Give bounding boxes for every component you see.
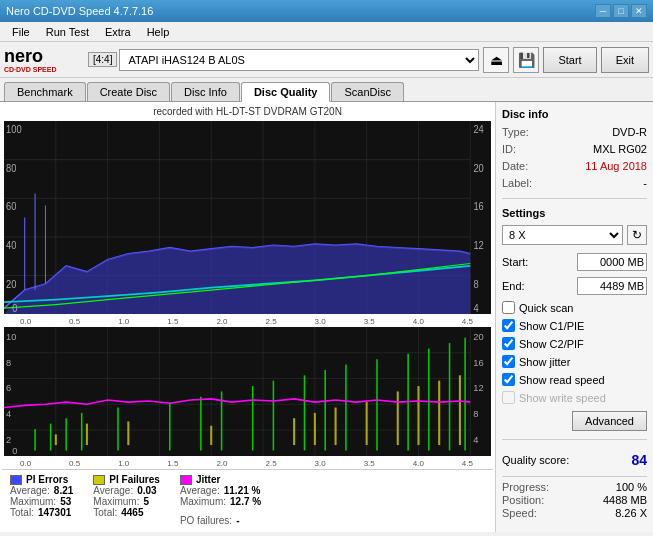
end-mb-input[interactable] (577, 277, 647, 295)
show-jitter-checkbox[interactable] (502, 355, 515, 368)
svg-text:2: 2 (6, 434, 11, 445)
reload-button[interactable]: ↻ (627, 225, 647, 245)
speed-combo[interactable]: 8 X (502, 225, 623, 245)
lower-chart: 10 8 6 4 2 0 20 16 12 8 4 (4, 327, 491, 456)
window-title: Nero CD-DVD Speed 4.7.7.16 (6, 5, 153, 17)
upper-chart: 100 80 60 40 20 0 24 20 16 12 8 4 (4, 121, 491, 314)
progress-label: Progress: (502, 481, 549, 493)
jitter-color (180, 475, 192, 485)
svg-text:CD·DVD SPEED: CD·DVD SPEED (4, 66, 57, 73)
show-c1pie-row: Show C1/PIE (502, 319, 647, 332)
show-write-speed-label: Show write speed (519, 392, 606, 404)
position-label: Position: (502, 494, 544, 506)
nero-logo: nero CD·DVD SPEED (4, 46, 84, 74)
pi-errors-legend: PI Errors Average: 8.21 Maximum: 53 Tota… (10, 474, 73, 526)
show-read-speed-checkbox[interactable] (502, 373, 515, 386)
jitter-max: 12.7 % (230, 496, 261, 507)
window-controls: ─ □ ✕ (595, 4, 647, 18)
speed-info-label: Speed: (502, 507, 537, 519)
svg-text:20: 20 (473, 331, 483, 342)
disc-date-value: 11 Aug 2018 (585, 160, 647, 172)
tab-disc-quality[interactable]: Disc Quality (241, 82, 331, 102)
jitter-label: Jitter (196, 474, 220, 485)
show-c2pif-checkbox[interactable] (502, 337, 515, 350)
show-jitter-label: Show jitter (519, 356, 570, 368)
end-mb-label: End: (502, 280, 525, 292)
jitter-avg: 11.21 % (224, 485, 261, 496)
disc-id-label: ID: (502, 143, 516, 155)
show-read-speed-label: Show read speed (519, 374, 605, 386)
disc-label-value: - (643, 177, 647, 189)
chart-container: 100 80 60 40 20 0 24 20 16 12 8 4 0.0 (2, 119, 493, 469)
pi-failures-label: PI Failures (109, 474, 160, 485)
maximize-button[interactable]: □ (613, 4, 629, 18)
svg-text:8: 8 (6, 357, 11, 368)
start-button[interactable]: Start (543, 47, 596, 73)
svg-text:4: 4 (6, 408, 11, 419)
svg-text:4: 4 (473, 302, 479, 314)
tab-disc-info[interactable]: Disc Info (171, 82, 240, 101)
speed-info-row: Speed: 8.26 X (502, 507, 647, 519)
pi-failures-total: 4465 (121, 507, 143, 518)
show-write-speed-row: Show write speed (502, 391, 647, 404)
show-c1pie-label: Show C1/PIE (519, 320, 584, 332)
quality-score-row: Quality score: 84 (502, 452, 647, 468)
advanced-button[interactable]: Advanced (572, 411, 647, 431)
svg-text:0: 0 (12, 445, 17, 456)
svg-text:10: 10 (6, 331, 16, 342)
speed-info-value: 8.26 X (615, 507, 647, 519)
quick-scan-checkbox[interactable] (502, 301, 515, 314)
svg-text:20: 20 (6, 278, 17, 290)
start-mb-label: Start: (502, 256, 528, 268)
speed-row: 8 X ↻ (502, 225, 647, 245)
quality-score-value: 84 (631, 452, 647, 468)
po-failures-value: - (236, 515, 239, 526)
menu-file[interactable]: File (4, 24, 38, 40)
close-button[interactable]: ✕ (631, 4, 647, 18)
menu-extra[interactable]: Extra (97, 24, 139, 40)
svg-text:16: 16 (473, 201, 484, 213)
tab-create-disc[interactable]: Create Disc (87, 82, 170, 101)
minimize-button[interactable]: ─ (595, 4, 611, 18)
tab-benchmark[interactable]: Benchmark (4, 82, 86, 101)
drive-badge: [4:4] (88, 52, 117, 67)
toolbar: nero CD·DVD SPEED [4:4] ATAPI iHAS124 B … (0, 42, 653, 78)
title-bar: Nero CD-DVD Speed 4.7.7.16 ─ □ ✕ (0, 0, 653, 22)
show-write-speed-checkbox (502, 391, 515, 404)
svg-text:6: 6 (6, 382, 11, 393)
svg-text:0: 0 (12, 302, 18, 314)
progress-value: 100 % (616, 481, 647, 493)
svg-text:8: 8 (473, 408, 478, 419)
progress-row: Progress: 100 % (502, 481, 647, 493)
show-c2pif-label: Show C2/PIF (519, 338, 584, 350)
divider-2 (502, 439, 647, 440)
svg-text:20: 20 (473, 162, 484, 174)
start-mb-input[interactable] (577, 253, 647, 271)
exit-button[interactable]: Exit (601, 47, 649, 73)
svg-text:8: 8 (473, 278, 479, 290)
jitter-legend: Jitter Average: 11.21 % Maximum: 12.7 % … (180, 474, 261, 526)
quick-scan-row: Quick scan (502, 301, 647, 314)
disc-date-row: Date: 11 Aug 2018 (502, 160, 647, 172)
lower-chart-x-axis: 0.0 0.5 1.0 1.5 2.0 2.5 3.0 3.5 4.0 4.5 (2, 458, 493, 469)
disc-info-title: Disc info (502, 108, 647, 120)
upper-chart-x-axis: 0.0 0.5 1.0 1.5 2.0 2.5 3.0 3.5 4.0 4.5 (2, 316, 493, 327)
settings-title: Settings (502, 207, 647, 219)
pi-failures-avg: 0.03 (137, 485, 156, 496)
disc-date-label: Date: (502, 160, 528, 172)
drive-combo[interactable]: ATAPI iHAS124 B AL0S (119, 49, 479, 71)
save-icon[interactable]: 💾 (513, 47, 539, 73)
show-c1pie-checkbox[interactable] (502, 319, 515, 332)
pi-errors-color (10, 475, 22, 485)
quick-scan-label: Quick scan (519, 302, 573, 314)
menu-run-test[interactable]: Run Test (38, 24, 97, 40)
disc-id-value: MXL RG02 (593, 143, 647, 155)
eject-icon[interactable]: ⏏ (483, 47, 509, 73)
tab-scandisc[interactable]: ScanDisc (331, 82, 403, 101)
svg-text:12: 12 (473, 382, 483, 393)
po-failures-label: PO failures: (180, 515, 232, 526)
pi-failures-max: 5 (143, 496, 149, 507)
progress-section: Progress: 100 % Position: 4488 MB Speed:… (502, 476, 647, 520)
menu-help[interactable]: Help (139, 24, 178, 40)
end-mb-row: End: (502, 277, 647, 295)
